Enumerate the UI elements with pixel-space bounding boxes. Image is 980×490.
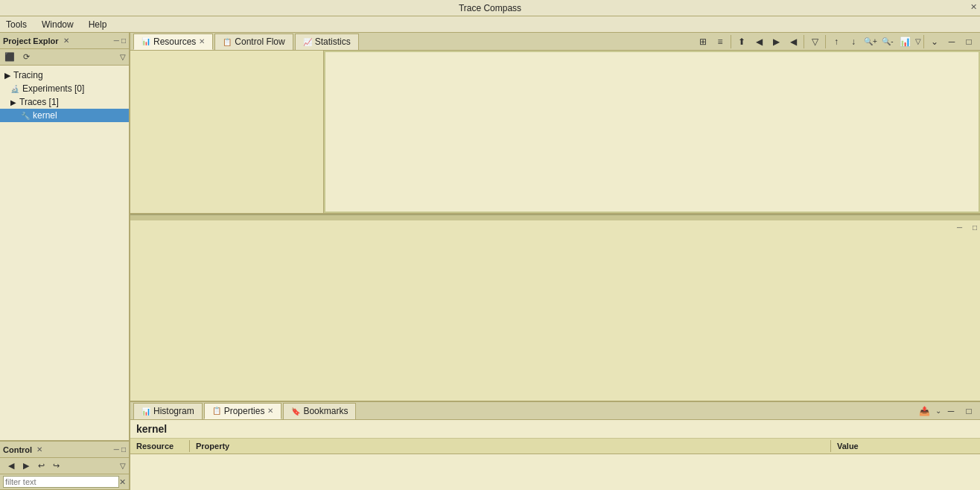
resources-tab-close-icon[interactable]: ✕ (199, 37, 205, 45)
title-bar-title: Trace Compass (459, 3, 521, 13)
toolbar-arrow-left-button[interactable]: ◀ (785, 34, 801, 49)
toolbar-zoom-in-button[interactable]: 🔍+ (862, 34, 879, 49)
filter-input[interactable] (3, 476, 119, 488)
project-explorer-max-button[interactable]: □ (121, 36, 126, 45)
kernel-label: kernel (33, 110, 57, 121)
nav-undo-button[interactable]: ↩ (34, 459, 48, 473)
tab-control-flow[interactable]: 📋 Control Flow (214, 34, 293, 50)
control-panel-title: Control (3, 445, 32, 454)
lower-minimize-button[interactable]: ─ (957, 223, 962, 232)
control-flow-tab-icon: 📋 (223, 38, 232, 46)
tree-item-kernel[interactable]: 🔧 kernel (0, 109, 129, 122)
control-panel-header: Control ✕ ─ □ (0, 442, 129, 458)
properties-tab-label: Properties (224, 406, 265, 416)
collapse-all-button[interactable]: ⬛ (3, 51, 16, 64)
histogram-tab-label: Histogram (153, 406, 194, 416)
toolbar-scroll-up-button[interactable]: ↑ (828, 34, 844, 49)
tab-properties[interactable]: 📋 Properties ✕ (204, 403, 282, 419)
bottom-area: 📊 Histogram 📋 Properties ✕ 🔖 Bookmarks 📤 (130, 401, 980, 490)
horizontal-scrollbar[interactable] (130, 214, 980, 220)
tracing-folder-icon: ▶ (4, 71, 10, 80)
resource-column-header: Resource (130, 440, 190, 452)
content-area: ─ □ 📊 Histogram 📋 Properties ✕ (130, 51, 980, 490)
project-tree: ▶ Tracing 🔬 Experiments [0] ▶ Traces [1]… (0, 66, 129, 440)
control-nav-buttons: ◀ ▶ ↩ ↪ (3, 459, 64, 473)
left-panel: Project Explor ✕ ─ □ ⬛ ⟳ ▽ ▶ Tracing 🔬 E… (0, 33, 130, 490)
traces-folder-icon: ▶ (10, 98, 16, 106)
properties-table-header: Resource Property Value (130, 439, 980, 454)
main-layout: Project Explor ✕ ─ □ ⬛ ⟳ ▽ ▶ Tracing 🔬 E… (0, 33, 980, 490)
toolbar-maximize-button[interactable]: □ (961, 34, 977, 49)
properties-content: kernel Resource Property Value (130, 420, 980, 490)
upper-content (130, 51, 980, 214)
bookmarks-tab-icon: 🔖 (291, 407, 300, 416)
tracing-label: Tracing (13, 70, 43, 80)
toolbar-zoom-out-button[interactable]: 🔍- (879, 34, 896, 49)
menu-bar: Tools Window Help (0, 16, 980, 33)
properties-tab-close-icon[interactable]: ✕ (267, 407, 273, 415)
nav-back-button[interactable]: ◀ (4, 459, 18, 473)
project-explorer-header: Project Explor ✕ ─ □ (0, 33, 129, 49)
control-panel-close-icon[interactable]: ✕ (36, 445, 42, 454)
tab-resources[interactable]: 📊 Resources ✕ (133, 34, 213, 50)
filter-bar: ✕ (0, 474, 129, 490)
lower-content: ─ □ (130, 220, 980, 401)
bottom-export-button[interactable]: 📤 (916, 404, 932, 419)
project-explorer-min-button[interactable]: ─ (114, 36, 119, 45)
menu-window[interactable]: Window (39, 19, 77, 31)
control-panel: Control ✕ ─ □ ◀ ▶ ↩ ↪ ▽ ✕ (0, 440, 130, 490)
control-panel-min-button[interactable]: ─ (114, 445, 119, 454)
toolbar-separator-3 (825, 35, 826, 48)
toolbar-minimize-button[interactable]: ─ (944, 34, 960, 49)
toolbar-arrow-right-button[interactable]: ▶ (768, 34, 784, 49)
nav-forward-button[interactable]: ▶ (19, 459, 33, 473)
toolbar-chevron-icon[interactable]: ▽ (120, 53, 126, 61)
control-toolbar: ◀ ▶ ↩ ↪ ▽ (0, 458, 129, 474)
control-toolbar-chevron-icon[interactable]: ▽ (120, 462, 126, 470)
toolbar-expand-button[interactable]: ⊞ (695, 34, 711, 49)
properties-tab-icon: 📋 (212, 407, 221, 415)
toolbar-separator-2 (804, 35, 804, 48)
bottom-toolbar-right: 📤 ⌄ ─ □ (916, 404, 977, 419)
tree-item-traces[interactable]: ▶ Traces [1] (0, 95, 129, 109)
nav-redo-button[interactable]: ↪ (49, 459, 63, 473)
lower-maximize-button[interactable]: □ (973, 223, 977, 232)
toolbar-chart-button[interactable]: 📊 (897, 34, 913, 49)
toolbar-up-button[interactable]: ⬆ (734, 34, 750, 49)
toolbar-scroll-down-button[interactable]: ↓ (845, 34, 862, 49)
toolbar-more-chevron-icon[interactable]: ▽ (915, 37, 921, 45)
tab-histogram[interactable]: 📊 Histogram (133, 403, 203, 419)
kernel-icon: 🔧 (21, 112, 30, 120)
main-toolbar: ⊞ ≡ ⬆ ◀ ▶ ◀ ▽ ↑ ↓ 🔍+ 🔍- 📊 ▽ ⌄ ─ □ (695, 34, 977, 49)
tree-item-tracing[interactable]: ▶ Tracing (0, 69, 129, 82)
toolbar-list-button[interactable]: ≡ (712, 34, 728, 49)
traces-label: Traces [1] (19, 97, 59, 107)
bookmarks-tab-label: Bookmarks (303, 406, 348, 416)
toolbar-separator-1 (731, 35, 731, 48)
timeline-left-pane (130, 51, 324, 213)
tree-item-experiments[interactable]: 🔬 Experiments [0] (0, 82, 129, 95)
menu-tools[interactable]: Tools (3, 19, 30, 31)
toolbar-filter-button[interactable]: ▽ (806, 34, 823, 49)
bottom-tab-bar: 📊 Histogram 📋 Properties ✕ 🔖 Bookmarks 📤 (130, 402, 980, 420)
property-column-header: Property (190, 440, 831, 452)
project-explorer-title: Project Explor (3, 36, 59, 45)
histogram-tab-icon: 📊 (141, 407, 150, 416)
bottom-max-button[interactable]: □ (961, 404, 977, 419)
value-column-header: Value (831, 440, 980, 452)
toolbar-chevron-button[interactable]: ⌄ (926, 34, 943, 49)
toolbar-separator-4 (923, 35, 924, 48)
statistics-tab-icon: 📈 (303, 38, 312, 46)
control-panel-max-button[interactable]: □ (121, 445, 126, 454)
bottom-chevron-icon[interactable]: ⌄ (935, 407, 941, 415)
filter-clear-button[interactable]: ✕ (119, 477, 126, 487)
project-explorer-close-icon[interactable]: ✕ (63, 36, 69, 45)
menu-help[interactable]: Help (86, 19, 110, 31)
tab-statistics[interactable]: 📈 Statistics (295, 34, 359, 50)
title-bar-close-button[interactable]: ✕ (970, 2, 977, 12)
toolbar-select-mode-button[interactable]: ◀ (751, 34, 767, 49)
tab-bookmarks[interactable]: 🔖 Bookmarks (283, 403, 356, 419)
refresh-button[interactable]: ⟳ (19, 51, 33, 64)
bottom-min-button[interactable]: ─ (943, 404, 959, 419)
tab-bar: 📊 Resources ✕ 📋 Control Flow 📈 Statistic… (130, 33, 980, 51)
